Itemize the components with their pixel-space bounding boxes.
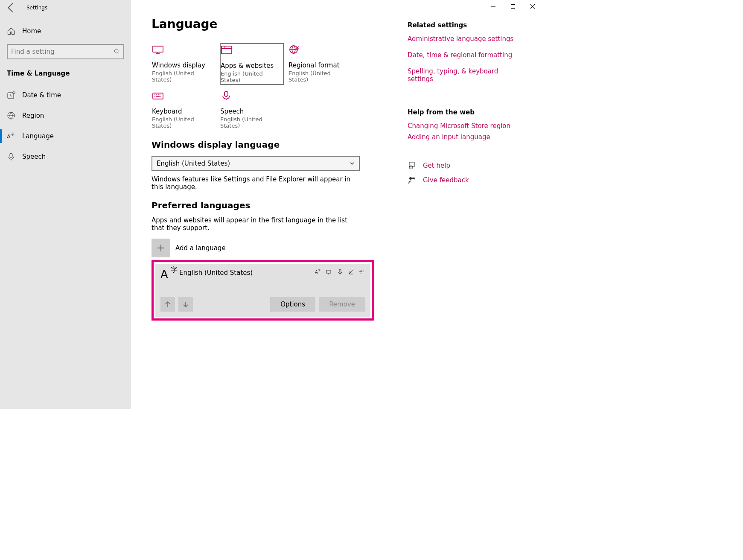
- section1-help: Windows features like Settings and File …: [152, 175, 352, 191]
- sidebar-item-home[interactable]: Home: [0, 22, 131, 41]
- tile-title: Keyboard: [152, 108, 215, 115]
- link-spelling-typing[interactable]: Spelling, typing, & keyboard settings: [408, 67, 524, 83]
- content-area: Language Windows display English (United…: [131, 0, 542, 409]
- language-card-header: A English (United States) A字 abc: [160, 269, 365, 283]
- tile-windows-display[interactable]: Windows display English (United States): [152, 43, 216, 85]
- svg-text:abc: abc: [359, 269, 364, 272]
- mic-icon: [7, 152, 15, 161]
- nav-list: Date & time Region A字 Language Speech: [0, 82, 131, 170]
- search-row: [0, 41, 131, 65]
- section1-title: Windows display language: [152, 140, 390, 150]
- sidebar-item-language[interactable]: A字 Language: [0, 126, 131, 146]
- tile-regional-format[interactable]: Regional format English (United States): [288, 43, 352, 85]
- svg-rect-12: [224, 91, 228, 96]
- display-language-select[interactable]: English (United States): [152, 156, 360, 171]
- svg-text:字: 字: [318, 269, 321, 272]
- tile-title: Speech: [220, 108, 283, 115]
- tile-keyboard[interactable]: Keyboard English (United States): [152, 89, 216, 130]
- home-icon: [7, 27, 15, 35]
- sidebar-item-date-time[interactable]: Date & time: [0, 85, 131, 105]
- link-datetime-regional[interactable]: Date, time & regional formatting: [408, 51, 524, 59]
- section2-title: Preferred languages: [152, 200, 390, 210]
- sidebar-item-label: Region: [22, 112, 44, 120]
- tiles: Windows display English (United States) …: [152, 43, 390, 130]
- globe2-icon: [288, 44, 352, 61]
- handwriting-mini-icon: [348, 269, 354, 275]
- tile-sub: English (United States): [288, 70, 352, 83]
- titlebar-left: Settings: [0, 0, 131, 15]
- tile-title: Windows display: [152, 61, 215, 69]
- mic2-icon: [220, 90, 283, 108]
- help-icon: ?: [408, 161, 416, 170]
- tile-sub: English (United States): [152, 70, 215, 83]
- tile-sub: English (United States): [152, 116, 215, 129]
- link-admin-language[interactable]: Administrative language settings: [408, 35, 524, 43]
- search-icon: [114, 49, 120, 55]
- add-language-button[interactable]: Add a language: [152, 239, 390, 257]
- right-column: Related settings Administrative language…: [408, 17, 536, 409]
- sidebar: Settings Home Time & Language Date & tim…: [0, 0, 131, 409]
- give-feedback-link[interactable]: Give feedback: [408, 176, 524, 184]
- maximize-button[interactable]: [503, 0, 523, 13]
- sidebar-item-label: Language: [22, 132, 54, 140]
- category-title: Time & Language: [0, 65, 131, 82]
- svg-point-20: [409, 177, 412, 180]
- options-label: Options: [280, 300, 305, 308]
- tts-mini-icon: [326, 269, 332, 275]
- tile-apps-websites[interactable]: Apps & websites English (United States): [220, 43, 284, 85]
- remove-label: Remove: [329, 300, 355, 308]
- add-language-label: Add a language: [175, 244, 226, 252]
- svg-rect-6: [10, 153, 12, 158]
- minimize-button[interactable]: [484, 0, 503, 13]
- search-input-field[interactable]: [11, 48, 109, 55]
- svg-text:?: ?: [410, 166, 411, 169]
- language-features: A字 abc: [315, 269, 365, 275]
- move-down-button[interactable]: [178, 297, 193, 312]
- speech-mini-icon: [337, 269, 343, 275]
- search-input[interactable]: [7, 44, 124, 59]
- app-title: Settings: [18, 5, 47, 11]
- feedback-icon: [408, 176, 416, 184]
- svg-rect-7: [511, 5, 515, 9]
- move-up-button[interactable]: [160, 297, 175, 312]
- svg-point-0: [114, 49, 118, 53]
- tile-sub: English (United States): [220, 116, 283, 129]
- options-button[interactable]: Options: [270, 297, 315, 312]
- remove-button: Remove: [319, 297, 365, 312]
- page-title: Language: [152, 17, 390, 31]
- get-help-link[interactable]: ? Get help: [408, 161, 524, 170]
- plus-icon: [152, 239, 170, 257]
- tile-title: Apps & websites: [221, 62, 283, 70]
- language-card[interactable]: A English (United States) A字 abc: [155, 264, 370, 317]
- help-title: Help from the web: [408, 108, 524, 116]
- chevron-down-icon: [350, 161, 355, 166]
- monitor-icon: [152, 44, 215, 61]
- main-column: Language Windows display English (United…: [152, 17, 390, 409]
- display-lang-mini-icon: A字: [315, 269, 321, 275]
- svg-text:A: A: [315, 270, 318, 274]
- clock-icon: [7, 91, 15, 99]
- language-glyph-icon: A: [160, 269, 174, 283]
- globe-icon: [7, 111, 15, 120]
- language-icon: A字: [7, 132, 15, 140]
- sidebar-item-region[interactable]: Region: [0, 105, 131, 126]
- link-change-store-region[interactable]: Changing Microsoft Store region: [408, 122, 524, 130]
- back-button[interactable]: [4, 1, 18, 15]
- sidebar-item-label: Speech: [22, 153, 46, 160]
- svg-text:A: A: [7, 133, 11, 140]
- svg-text:字: 字: [11, 132, 15, 137]
- home-label: Home: [22, 27, 41, 35]
- tile-title: Regional format: [288, 61, 352, 69]
- link-add-input-lang[interactable]: Adding an input language: [408, 133, 524, 141]
- spellcheck-mini-icon: abc: [359, 269, 365, 275]
- svg-rect-11: [153, 93, 163, 99]
- sidebar-item-speech[interactable]: Speech: [0, 146, 131, 167]
- language-card-title: English (United States): [179, 269, 253, 277]
- get-help-label: Get help: [423, 162, 450, 169]
- close-button[interactable]: [523, 0, 542, 13]
- select-value: English (United States): [157, 160, 230, 167]
- feedback-label: Give feedback: [423, 176, 469, 184]
- tile-speech[interactable]: Speech English (United States): [220, 89, 284, 130]
- tile-sub: English (United States): [221, 70, 283, 83]
- related-title: Related settings: [408, 21, 524, 29]
